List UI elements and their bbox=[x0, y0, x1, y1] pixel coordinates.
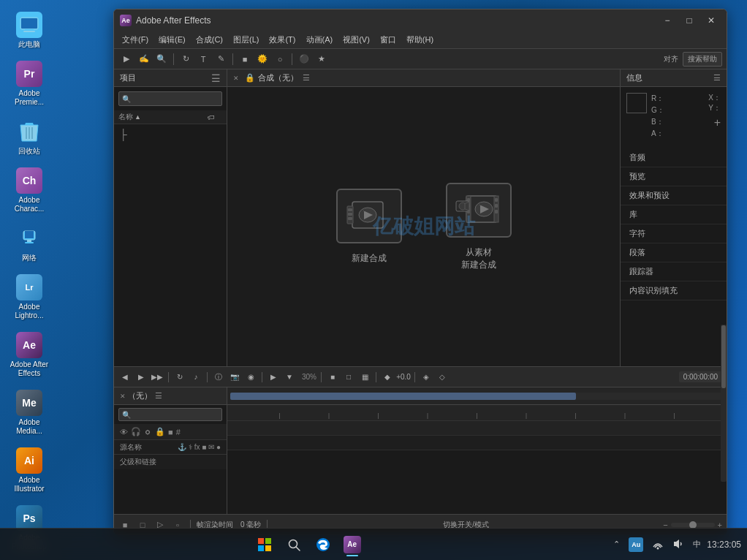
menu-composition[interactable]: 合成(C) bbox=[191, 33, 228, 47]
menu-animation[interactable]: 动画(A) bbox=[301, 33, 338, 47]
tool-track[interactable]: ★ bbox=[314, 52, 330, 67]
lc-label-icon[interactable]: ■ bbox=[168, 428, 173, 436]
lc-eye-icon[interactable]: 👁 bbox=[120, 428, 128, 436]
tl-show-snapshot[interactable]: ◉ bbox=[244, 371, 257, 384]
project-search-box[interactable]: 🔍 bbox=[118, 91, 222, 106]
tl-loop[interactable]: ↻ bbox=[173, 371, 186, 384]
tl-vscrollbar[interactable] bbox=[721, 387, 727, 482]
menu-view[interactable]: 视图(V) bbox=[338, 33, 375, 47]
tool-puppet[interactable]: ⚫ bbox=[296, 52, 312, 67]
tl-panel-menu[interactable]: ☰ bbox=[155, 391, 162, 401]
lc-num-icon[interactable]: # bbox=[176, 428, 181, 436]
start-button[interactable] bbox=[251, 531, 278, 558]
comp-panel-menu[interactable]: ☰ bbox=[303, 73, 310, 83]
tl-search-input[interactable] bbox=[132, 411, 219, 419]
a-value: A： bbox=[651, 128, 664, 140]
lc-audio-icon[interactable]: 🎧 bbox=[131, 427, 141, 436]
new-comp-option[interactable]: 新建合成 bbox=[336, 189, 402, 265]
main-content: 项目 ☰ 🔍 名称 ▲ 🏷 ├ bbox=[114, 69, 727, 366]
tool-rotate[interactable]: ↻ bbox=[178, 52, 194, 67]
svg-rect-39 bbox=[265, 538, 271, 544]
tl-render[interactable]: ▼ bbox=[283, 371, 296, 384]
y-value: Y： bbox=[708, 103, 721, 113]
tl-effect-point[interactable]: +0.0 bbox=[397, 371, 410, 384]
desktop-icon-ae[interactable]: Ae Adobe After Effects bbox=[3, 328, 56, 382]
desktop-icon-lightroom[interactable]: Lr Adobe Lightro... bbox=[3, 270, 56, 325]
tool-selection[interactable]: ▶ bbox=[118, 52, 134, 67]
maximize-button[interactable]: □ bbox=[680, 13, 699, 28]
menu-help[interactable]: 帮助(H) bbox=[401, 33, 439, 47]
desktop-icon-character[interactable]: Ch Adobe Charac... bbox=[3, 163, 56, 218]
minimize-button[interactable]: − bbox=[658, 13, 677, 28]
tool-hand[interactable]: ✍ bbox=[136, 52, 152, 67]
tool-paint[interactable]: 🌞 bbox=[254, 52, 270, 67]
tool-zoom[interactable]: 🔍 bbox=[153, 52, 170, 67]
tracker-panel[interactable]: 跟踪器 bbox=[621, 262, 727, 281]
library-panel[interactable]: 库 bbox=[621, 205, 727, 224]
desktop-icon-recycle[interactable]: 回收站 bbox=[3, 114, 56, 160]
tl-play[interactable]: ▶ bbox=[134, 371, 148, 384]
tool-text[interactable]: T bbox=[195, 52, 211, 67]
close-button[interactable]: ✕ bbox=[702, 13, 721, 28]
lc-lock-icon[interactable]: 🔒 bbox=[155, 427, 165, 436]
tl-grid[interactable]: ▦ bbox=[358, 371, 371, 384]
tray-expand[interactable]: ⌃ bbox=[610, 538, 623, 550]
info-panel-menu[interactable]: ☰ bbox=[713, 73, 721, 83]
tl-close-icon[interactable]: ✕ bbox=[120, 393, 126, 400]
character-panel[interactable]: 字符 bbox=[621, 224, 727, 243]
tool-pen[interactable]: ✎ bbox=[213, 52, 229, 67]
comp-tab-close[interactable]: ✕ bbox=[233, 75, 239, 82]
network-icon bbox=[16, 225, 42, 251]
comp-panel-header: ✕ 🔒 合成（无） ☰ bbox=[227, 69, 620, 87]
content-panel[interactable]: 内容识别填充 bbox=[621, 281, 727, 300]
project-search-input[interactable] bbox=[133, 95, 219, 103]
menu-edit[interactable]: 编辑(E) bbox=[153, 33, 191, 47]
tl-snapshot[interactable]: 📷 bbox=[228, 371, 241, 384]
tray-speaker-icon[interactable] bbox=[670, 537, 687, 553]
add-info-btn[interactable]: + bbox=[708, 116, 721, 129]
taskbar: Ae ⌃ Au 中 13:23:05 bbox=[0, 528, 747, 560]
tl-mask[interactable]: ◆ bbox=[381, 371, 394, 384]
desktop-icon-me[interactable]: Me Adobe Media... bbox=[3, 385, 56, 440]
menu-layer[interactable]: 图层(L) bbox=[228, 33, 264, 47]
search-help-button[interactable]: 搜索帮助 bbox=[683, 52, 722, 67]
tl-search-box[interactable]: 🔍 bbox=[118, 408, 222, 421]
tool-stamp[interactable]: ○ bbox=[272, 52, 288, 67]
tl-prev-frame[interactable]: ◀ bbox=[118, 371, 132, 384]
tray-network-icon[interactable] bbox=[649, 537, 667, 553]
effects-panel[interactable]: 效果和预设 bbox=[621, 186, 727, 205]
info-panel-title: 信息 bbox=[626, 72, 713, 83]
tl-audio[interactable]: ♪ bbox=[189, 371, 202, 384]
menu-file[interactable]: 文件(F) bbox=[117, 33, 153, 47]
tl-resolution[interactable]: ■ bbox=[326, 371, 339, 384]
tl-fast-preview[interactable]: ▶ bbox=[267, 371, 280, 384]
svg-rect-41 bbox=[265, 545, 271, 551]
tl-view[interactable]: □ bbox=[342, 371, 355, 384]
recycle-icon bbox=[16, 118, 42, 145]
ae-taskbar-button[interactable]: Ae bbox=[339, 531, 365, 558]
menu-window[interactable]: 窗口 bbox=[375, 33, 401, 47]
tl-next-frame[interactable]: ▶▶ bbox=[151, 371, 164, 384]
from-footage-option[interactable]: 从素材 新建合成 bbox=[446, 183, 512, 271]
tool-shape[interactable]: ■ bbox=[237, 52, 253, 67]
tray-language[interactable]: 中 bbox=[690, 537, 704, 551]
desktop-icon-premiere[interactable]: Pr Adobe Premie... bbox=[3, 56, 56, 111]
desktop-icon-computer[interactable]: 此电脑 bbox=[3, 7, 56, 53]
menu-effects[interactable]: 效果(T) bbox=[264, 33, 300, 47]
tl-info[interactable]: ⓘ bbox=[212, 371, 225, 384]
browser-taskbar-button[interactable] bbox=[310, 531, 336, 558]
tl-3d[interactable]: ◇ bbox=[436, 371, 449, 384]
zoom-slider[interactable] bbox=[671, 523, 715, 527]
lc-solo-icon[interactable]: ⭘ bbox=[144, 428, 152, 436]
tray-au[interactable]: Au bbox=[626, 536, 646, 553]
audio-panel[interactable]: 音频 bbox=[621, 148, 727, 167]
tl-camera[interactable]: ◈ bbox=[420, 371, 433, 384]
desktop-icon-network[interactable]: 网络 bbox=[3, 221, 56, 267]
tl-playhead-area bbox=[230, 393, 724, 400]
preview-panel[interactable]: 预览 bbox=[621, 167, 727, 186]
project-panel-menu[interactable]: ☰ bbox=[211, 72, 221, 84]
search-taskbar-button[interactable] bbox=[281, 531, 307, 558]
paragraph-panel[interactable]: 段落 bbox=[621, 243, 727, 262]
system-clock[interactable]: 13:23:05 bbox=[707, 540, 741, 550]
desktop-icon-ai[interactable]: Ai Adobe Illustrator bbox=[3, 443, 56, 498]
